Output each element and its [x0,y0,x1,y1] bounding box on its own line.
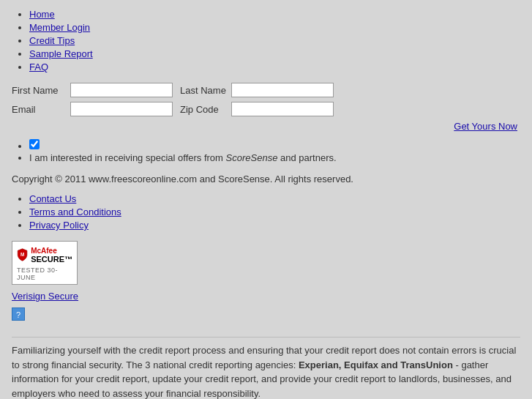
footer-link-contact[interactable]: Contact Us [29,193,76,204]
offers-text-before: I am interested in receiving special off… [29,152,226,163]
mcafee-tested-text: TESTED 30-JUNE [17,266,72,281]
last-name-label: Last Name [180,85,231,96]
footer-item-terms[interactable]: Terms and Conditions [29,206,520,217]
zip-code-input[interactable] [231,102,334,116]
footer-item-privacy[interactable]: Privacy Policy [29,220,520,231]
nav-link-member-login[interactable]: Member Login [29,22,90,33]
svg-text:M: M [20,252,24,257]
email-input[interactable] [70,102,173,116]
mcafee-brand-text: McAfee [31,247,72,255]
nav-item-sample-report[interactable]: Sample Report [29,48,520,59]
question-icon[interactable]: ? [12,307,25,321]
registration-form: First Name Last Name Email Zip Code Get … [12,83,520,132]
footer-links: Contact Us Terms and Conditions Privacy … [12,193,520,231]
verisign-link[interactable]: Verisign Secure [12,291,520,302]
first-name-label: First Name [12,85,70,96]
checkbox-section: I am interested in receiving special off… [12,139,520,163]
body-paragraph: Familiarizing yourself with the credit r… [12,343,520,399]
divider [12,337,520,338]
nav-item-faq[interactable]: FAQ [29,61,520,72]
last-name-input[interactable] [231,83,334,97]
name-row: First Name Last Name [12,83,520,97]
nav-item-home[interactable]: Home [29,9,520,20]
offers-text-after: and partners. [277,152,336,163]
footer-link-privacy[interactable]: Privacy Policy [29,220,89,231]
offers-brand: ScoreSense [226,152,278,163]
offers-text-item: I am interested in receiving special off… [29,152,520,163]
email-label: Email [12,104,70,115]
email-row: Email Zip Code [12,102,520,116]
nav-link-sample-report[interactable]: Sample Report [29,48,93,59]
nav-list: Home Member Login Credit Tips Sample Rep… [12,9,520,72]
first-name-input[interactable] [70,83,173,97]
offers-checkbox[interactable] [29,139,40,149]
footer-link-terms[interactable]: Terms and Conditions [29,206,121,217]
zip-code-label: Zip Code [180,104,231,115]
nav-item-member-login[interactable]: Member Login [29,22,520,33]
checkbox-item [29,139,520,149]
offers-text: I am interested in receiving special off… [29,152,337,163]
footer-item-contact[interactable]: Contact Us [29,193,520,204]
nav-link-home[interactable]: Home [29,9,55,20]
mcafee-badge: M McAfee SECURE™ TESTED 30-JUNE [12,241,78,285]
mcafee-shield-icon: M [17,245,28,265]
nav-link-credit-tips[interactable]: Credit Tips [29,35,75,46]
agencies-bold: Experian, Equifax and TransUnion [299,359,453,370]
nav-link-faq[interactable]: FAQ [29,61,48,72]
get-yours-link[interactable]: Get Yours Now [12,121,519,132]
mcafee-secure-text: SECURE™ [31,255,72,264]
nav-item-credit-tips[interactable]: Credit Tips [29,35,520,46]
copyright-text: Copyright © 2011 www.freescoreonline.com… [12,174,520,184]
